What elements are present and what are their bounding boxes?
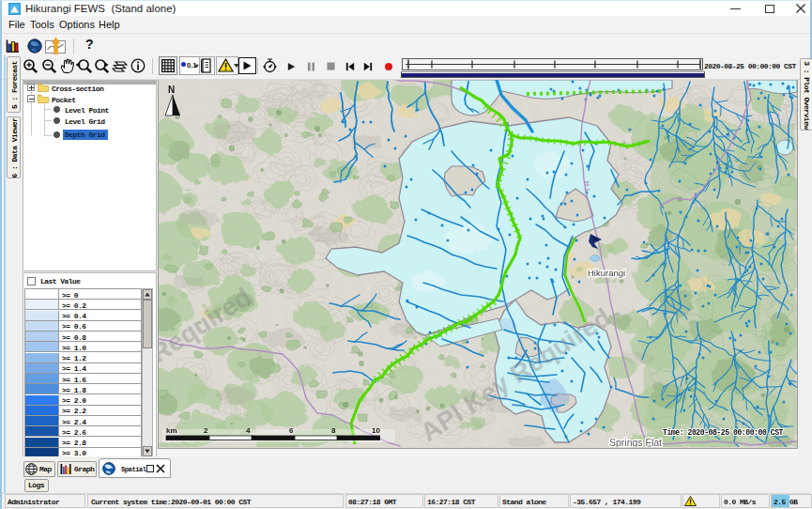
svg-text:6: 6 <box>289 426 294 435</box>
svg-text:Time: 2020-08-25 00:00:00 CST: Time: 2020-08-25 00:00:00 CST <box>663 428 784 437</box>
svg-text:10: 10 <box>372 426 380 435</box>
svg-text:2: 2 <box>204 426 208 435</box>
svg-text:8: 8 <box>331 426 336 435</box>
svg-text:N: N <box>168 85 175 95</box>
svg-text:H 1: H 1 <box>584 181 590 192</box>
svg-text:4: 4 <box>246 426 251 435</box>
svg-text:Hikurangi: Hikurangi <box>588 268 625 278</box>
svg-text:Springs Flat: Springs Flat <box>609 437 662 447</box>
svg-text:km: km <box>166 426 177 435</box>
